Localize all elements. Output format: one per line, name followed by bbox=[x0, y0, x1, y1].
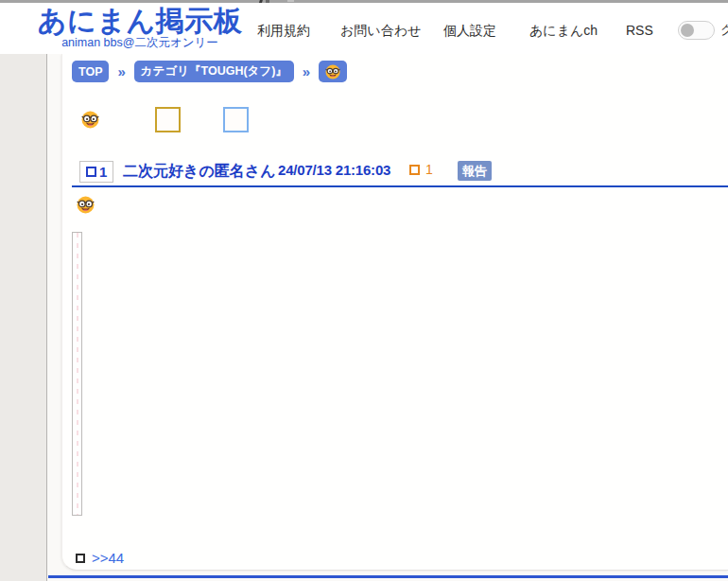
page-root: あにまん掲示板 animan bbs@二次元オンリー 利用規約 お問い合わせ 個… bbox=[0, 0, 728, 581]
placeholder-box-blue[interactable] bbox=[223, 107, 249, 132]
toggle-knob-icon bbox=[681, 24, 694, 37]
reaction-count: 1 bbox=[425, 162, 433, 177]
theme-toggle[interactable] bbox=[678, 21, 715, 40]
nav-link-contact[interactable]: お問い合わせ bbox=[340, 23, 421, 40]
thread-card: TOP » カテゴリ『TOUGH(タフ)』 » 1 二次元好きの匿名さん 24/… bbox=[61, 54, 728, 571]
top-edge-fragment bbox=[287, 0, 294, 2]
nerd-face-emoji-icon bbox=[325, 64, 340, 79]
reply-checkbox-icon[interactable] bbox=[76, 554, 85, 563]
nav-link-rss[interactable]: RSS bbox=[626, 23, 653, 38]
post-checkbox-icon[interactable] bbox=[86, 167, 96, 177]
breadcrumb-item-emoji[interactable] bbox=[319, 61, 347, 82]
site-title: あにまん掲示板 bbox=[33, 5, 247, 37]
site-header: あにまん掲示板 animan bbs@二次元オンリー 利用規約 お問い合わせ 個… bbox=[0, 3, 728, 54]
post-author: 二次元好きの匿名さん bbox=[123, 162, 276, 182]
nerd-face-emoji-icon bbox=[81, 111, 99, 129]
left-gutter bbox=[0, 54, 47, 581]
footer-divider bbox=[48, 575, 728, 578]
site-subtitle: animan bbs@二次元オンリー bbox=[33, 36, 247, 49]
nerd-face-emoji-icon bbox=[77, 196, 95, 214]
breadcrumb-separator: » bbox=[303, 63, 310, 79]
breadcrumb-item-top[interactable]: TOP bbox=[72, 61, 109, 82]
nav-link-animan-ch[interactable]: あにまんch bbox=[529, 23, 598, 40]
post-number: 1 bbox=[99, 164, 107, 180]
reaction-square-icon[interactable] bbox=[409, 165, 420, 175]
reply-anchor-link[interactable]: >>44 bbox=[92, 550, 124, 566]
report-button[interactable]: 報告 bbox=[458, 161, 492, 181]
breadcrumb-separator: » bbox=[117, 63, 125, 79]
theme-toggle-clipped-label: ク bbox=[720, 22, 728, 39]
post-datetime: 24/07/13 21:16:03 bbox=[278, 162, 390, 178]
breadcrumb: TOP » カテゴリ『TOUGH(タフ)』 » bbox=[72, 61, 347, 82]
post-header-divider bbox=[72, 185, 728, 187]
post-number-box: 1 bbox=[79, 161, 113, 183]
reaction-counter: 1 bbox=[409, 162, 433, 177]
site-logo[interactable]: あにまん掲示板 animan bbs@二次元オンリー bbox=[33, 5, 247, 49]
nav-link-settings[interactable]: 個人設定 bbox=[443, 23, 496, 40]
collapsed-image[interactable] bbox=[72, 232, 82, 516]
nav-link-terms[interactable]: 利用規約 bbox=[257, 23, 310, 40]
reply-row: >>44 bbox=[76, 550, 124, 566]
breadcrumb-item-category[interactable]: カテゴリ『TOUGH(タフ)』 bbox=[134, 61, 294, 82]
placeholder-box-gold[interactable] bbox=[155, 107, 181, 132]
